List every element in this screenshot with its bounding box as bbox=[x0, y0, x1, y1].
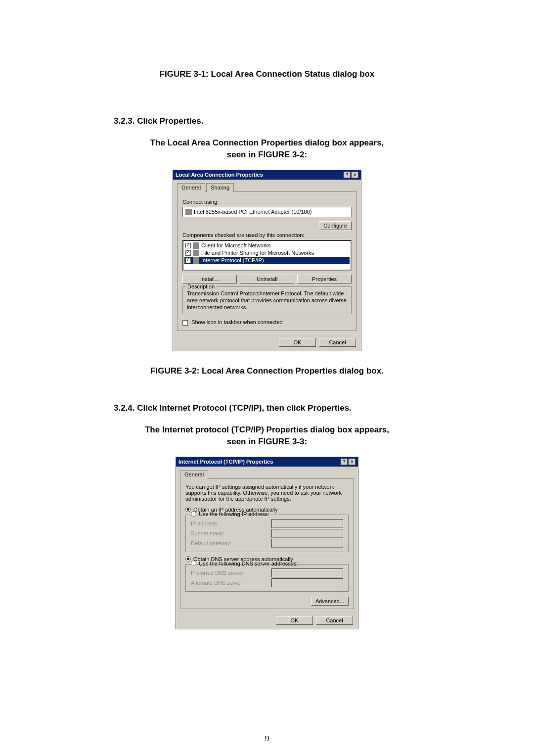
dialog2-titlebar: Internet Protocol (TCP/IP) Properties ? … bbox=[176, 457, 358, 467]
component-label: File and Printer Sharing for Microsoft N… bbox=[201, 250, 314, 256]
gateway-input bbox=[271, 539, 343, 548]
tcpip-properties-dialog: Internet Protocol (TCP/IP) Properties ? … bbox=[176, 457, 358, 629]
advanced-button[interactable]: Advanced... bbox=[311, 597, 349, 606]
install-button[interactable]: Install... bbox=[182, 275, 237, 284]
ip-address-label: IP address: bbox=[191, 520, 218, 526]
dialog2-title: Internet Protocol (TCP/IP) Properties bbox=[178, 459, 273, 465]
description-group-title: Description bbox=[186, 284, 216, 289]
preferred-dns-label: Preferred DNS server: bbox=[191, 570, 245, 576]
component-label: Internet Protocol (TCP/IP) bbox=[201, 257, 264, 263]
use-ip-label: Use the following IP address: bbox=[199, 511, 269, 517]
component-icon bbox=[193, 242, 199, 249]
list-item[interactable]: Client for Microsoft Networks bbox=[184, 242, 350, 249]
ok-button[interactable]: OK bbox=[279, 338, 316, 347]
use-dns-label: Use the following DNS server addresses: bbox=[199, 561, 298, 567]
subnet-input bbox=[271, 529, 343, 538]
help-icon[interactable]: ? bbox=[344, 172, 351, 178]
component-label: Client for Microsoft Networks bbox=[201, 242, 271, 248]
connect-using-label: Connect using: bbox=[182, 199, 352, 205]
description-group: Description Transmission Control Protoco… bbox=[182, 286, 352, 315]
close-icon[interactable]: × bbox=[349, 459, 356, 465]
components-label: Components checked are used by this conn… bbox=[182, 232, 352, 238]
adapter-icon bbox=[185, 209, 192, 215]
radio-use-ip[interactable] bbox=[191, 511, 196, 517]
alternate-dns-input bbox=[271, 578, 343, 587]
dialog1-titlebar: Local Area Connection Properties ? × bbox=[173, 170, 361, 180]
use-ip-group: Use the following IP address: IP address… bbox=[185, 515, 349, 552]
list-item-selected[interactable]: Internet Protocol (TCP/IP) bbox=[184, 257, 350, 264]
tcpip-intro-text: You can get IP settings assigned automat… bbox=[185, 484, 349, 502]
use-dns-group: Use the following DNS server addresses: … bbox=[185, 564, 349, 592]
page-number: 9 bbox=[265, 734, 269, 744]
checkbox-icon[interactable] bbox=[185, 258, 191, 263]
configure-button[interactable]: Configure bbox=[319, 221, 352, 230]
checkbox-icon[interactable] bbox=[185, 243, 191, 248]
dialog1-title: Local Area Connection Properties bbox=[176, 172, 263, 178]
help-icon[interactable]: ? bbox=[341, 459, 348, 465]
subnet-label: Subnet mask: bbox=[191, 530, 224, 536]
section-3-2-3-heading: 3.2.3. Click Properties. bbox=[114, 116, 494, 126]
section-3-2-3-sub: The Local Area Connection Properties dia… bbox=[40, 137, 494, 161]
lac-properties-dialog: Local Area Connection Properties ? × Gen… bbox=[173, 170, 361, 351]
cancel-button[interactable]: Cancel bbox=[319, 338, 356, 347]
checkbox-icon[interactable] bbox=[185, 250, 191, 256]
properties-button[interactable]: Properties bbox=[297, 275, 352, 284]
close-icon[interactable]: × bbox=[352, 172, 358, 178]
show-icon-label: Show icon in taskbar when connected bbox=[191, 319, 283, 325]
cancel-button[interactable]: Cancel bbox=[316, 616, 353, 625]
ok-button[interactable]: OK bbox=[276, 616, 313, 625]
preferred-dns-input bbox=[271, 568, 343, 577]
uninstall-button[interactable]: Uninstall bbox=[240, 275, 294, 284]
description-text: Transmission Control Protocol/Internet P… bbox=[187, 290, 347, 311]
section-3-2-4-sub: The Internet protocol (TCP/IP) Propertie… bbox=[40, 424, 494, 448]
adapter-name: Intel 8255x-based PCI Ethernet Adapter (… bbox=[194, 209, 312, 215]
radio-obtain-ip[interactable] bbox=[185, 507, 191, 512]
show-icon-checkbox[interactable] bbox=[182, 320, 188, 326]
section-3-2-4-heading: 3.2.4. Click Internet Protocol (TCP/IP),… bbox=[114, 403, 494, 413]
figure-3-1-caption: FIGURE 3-1: Local Area Connection Status… bbox=[40, 69, 494, 79]
components-listbox[interactable]: Client for Microsoft Networks File and P… bbox=[182, 240, 352, 271]
alternate-dns-label: Alternate DNS server: bbox=[191, 580, 244, 586]
tab-general[interactable]: General bbox=[180, 470, 208, 479]
component-icon bbox=[193, 250, 199, 256]
radio-obtain-dns[interactable] bbox=[185, 556, 191, 562]
gateway-label: Default gateway: bbox=[191, 540, 231, 546]
figure-3-2-caption: FIGURE 3-2: Local Area Connection Proper… bbox=[40, 366, 494, 376]
radio-use-dns[interactable] bbox=[191, 561, 196, 566]
adapter-field: Intel 8255x-based PCI Ethernet Adapter (… bbox=[182, 207, 352, 217]
list-item[interactable]: File and Printer Sharing for Microsoft N… bbox=[184, 249, 350, 257]
tab-sharing[interactable]: Sharing bbox=[206, 183, 234, 192]
ip-address-input bbox=[271, 519, 343, 528]
component-icon bbox=[193, 257, 199, 264]
tab-general[interactable]: General bbox=[177, 183, 205, 192]
